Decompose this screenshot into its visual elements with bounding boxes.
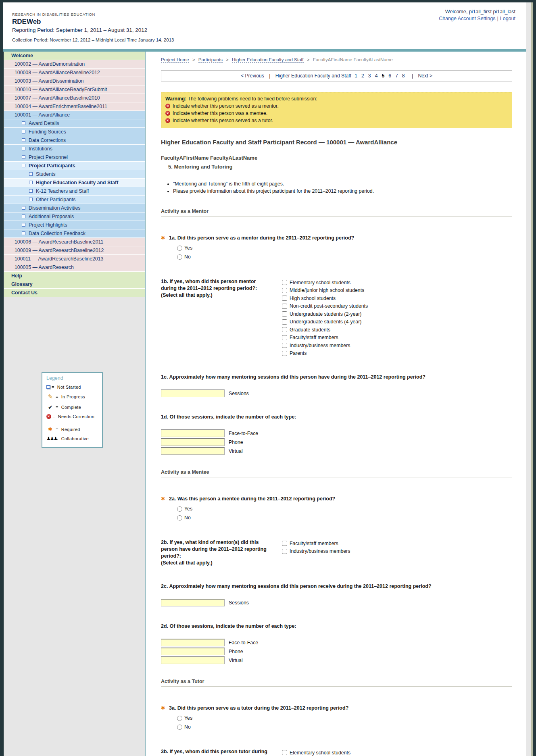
sidebar-item[interactable]: Dissemination Activities	[4, 204, 145, 212]
sidebar-item[interactable]: Contact Us	[4, 289, 145, 297]
session-count-input[interactable]	[161, 648, 225, 655]
checkbox[interactable]	[282, 296, 287, 301]
sidebar-item[interactable]: 100009 — AwardResearchBaseline2012	[4, 246, 145, 255]
session-count-input[interactable]	[161, 438, 225, 446]
radio-button[interactable]	[177, 716, 182, 721]
breadcrumb-project-home[interactable]: Project Home	[161, 57, 189, 62]
checkbox-option[interactable]: Elementary school students	[282, 749, 368, 756]
legend-label: Needs Correction	[58, 414, 94, 419]
checkbox[interactable]	[282, 304, 287, 309]
radio-button[interactable]	[177, 506, 182, 512]
checkbox-option[interactable]: Undergraduate students (2-year)	[282, 310, 368, 318]
page-number-link[interactable]: 7	[395, 73, 398, 79]
sidebar-item[interactable]: Higher Education Faculty and Staff	[4, 179, 145, 187]
checkbox[interactable]	[282, 288, 287, 293]
welcome-text: Welcome, pi1all_first pi1all_last	[439, 9, 515, 15]
radio-option[interactable]: Yes	[177, 244, 512, 252]
session-count-input[interactable]	[161, 447, 225, 455]
checkbox[interactable]	[282, 343, 287, 348]
question-2d: 2d. Of those sessions, indicate the numb…	[161, 623, 512, 629]
sidebar-item[interactable]: Students	[4, 170, 145, 179]
checkbox-option[interactable]: Industry/business members	[282, 342, 368, 350]
sidebar-item[interactable]: 100007 — AwardAllianceBaseline2010	[4, 94, 145, 102]
breadcrumb-he-faculty-staff[interactable]: Higher Education Faculty and Staff	[232, 57, 304, 62]
checkbox[interactable]	[282, 351, 287, 356]
checkbox[interactable]	[282, 280, 287, 285]
checkbox-option[interactable]: Elementary school students	[282, 279, 368, 287]
checkbox[interactable]	[282, 549, 287, 554]
page-number-link[interactable]: 8	[402, 73, 405, 79]
session-count-input[interactable]	[161, 656, 225, 664]
sidebar-item[interactable]: Funding Sources	[4, 128, 145, 136]
page-number-link[interactable]: 6	[388, 73, 391, 79]
sidebar-item[interactable]: Other Participants	[4, 196, 145, 204]
checkbox-option[interactable]: Parents	[282, 350, 368, 358]
radio-button[interactable]	[177, 254, 182, 260]
sidebar-item[interactable]: Project Participants	[4, 162, 145, 170]
checkbox[interactable]	[282, 319, 287, 325]
radio-button[interactable]	[177, 515, 182, 521]
radio-button[interactable]	[177, 246, 182, 251]
equals-sign: =	[52, 414, 55, 419]
sidebar-item[interactable]: Award Details	[4, 119, 145, 128]
page-number-link[interactable]: 4	[375, 73, 378, 79]
checkbox-option[interactable]: Faculty/staff members	[282, 334, 368, 342]
checkbox-option[interactable]: Middle/junior high school students	[282, 287, 368, 295]
pager-section-link[interactable]: Higher Education Faculty and Staff	[275, 73, 351, 79]
checkbox-option[interactable]: Graduate students	[282, 326, 368, 334]
sidebar-item[interactable]: Data Corrections	[4, 136, 145, 145]
pager-pages: 12345678	[352, 73, 407, 79]
previous-page-link[interactable]: < Previous	[241, 73, 264, 79]
session-count-input[interactable]	[161, 639, 225, 646]
breadcrumb-participants[interactable]: Participants	[198, 57, 223, 62]
sidebar-item[interactable]: Project Highlights	[4, 221, 145, 229]
page-number-link[interactable]: 1	[355, 73, 357, 79]
radio-option[interactable]: No	[177, 723, 512, 731]
sidebar-item[interactable]: 100001 — AwardAlliance	[4, 111, 145, 119]
sidebar-item[interactable]: Help	[4, 272, 145, 280]
checkbox[interactable]	[282, 750, 287, 755]
radio-button[interactable]	[177, 725, 182, 730]
sidebar-item[interactable]: 100010 — AwardAllianceReadyForSubmit	[4, 85, 145, 94]
checkbox[interactable]	[282, 541, 287, 546]
checkbox-option[interactable]: Faculty/staff members	[282, 539, 350, 548]
checkbox-option[interactable]: Non-credit post-secondary students	[282, 302, 368, 310]
page-number-link[interactable]: 3	[368, 73, 371, 79]
sessions-input-2c[interactable]	[161, 599, 225, 606]
checkbox-option[interactable]: High school students	[282, 294, 368, 302]
radio-option[interactable]: Yes	[177, 504, 512, 513]
sidebar-item[interactable]: Institutions	[4, 145, 145, 153]
checkbox[interactable]	[282, 311, 287, 317]
sidebar-item[interactable]: 100005 — AwardResearch	[4, 263, 145, 272]
radio-option[interactable]: No	[177, 252, 512, 261]
sidebar-item[interactable]: Additional Proposals	[4, 212, 145, 221]
sessions-input-1c[interactable]	[161, 389, 225, 397]
equals-sign: =	[56, 427, 58, 432]
next-page-link[interactable]: Next >	[418, 73, 433, 79]
checkbox-option[interactable]: Undergraduate students (4-year)	[282, 318, 368, 326]
sidebar-menu: Welcome 100002 — AwardDemonstration 1000…	[4, 52, 145, 297]
checkbox[interactable]	[282, 335, 287, 340]
logout-link[interactable]: Logout	[500, 16, 515, 21]
breadcrumb: Project Home > Participants > Higher Edu…	[161, 57, 512, 62]
radio-option[interactable]: Yes	[177, 714, 512, 723]
radio-option[interactable]: No	[177, 513, 512, 522]
legend-row: = Collaborative	[46, 436, 98, 442]
checkbox-option[interactable]: Industry/business members	[282, 548, 350, 556]
sidebar-item[interactable]: 100006 — AwardResearchBaseline2011	[4, 238, 145, 246]
checkbox[interactable]	[282, 327, 287, 332]
sidebar-item[interactable]: 100002 — AwardDemonstration	[4, 60, 145, 69]
sidebar-item[interactable]: Project Personnel	[4, 153, 145, 162]
sidebar-item[interactable]: Welcome	[4, 52, 145, 60]
sidebar-item[interactable]: 100008 — AwardAllianceBaseline2012	[4, 69, 145, 77]
sidebar-item[interactable]: K-12 Teachers and Staff	[4, 187, 145, 196]
required-icon: ✱	[161, 235, 165, 241]
page-number-link[interactable]: 2	[361, 73, 364, 79]
session-count-input[interactable]	[161, 429, 225, 437]
sidebar-item[interactable]: 100011 — AwardResearchBaseline2013	[4, 255, 145, 263]
sidebar-item[interactable]: Data Collection Feedback	[4, 229, 145, 238]
sidebar-item[interactable]: 100004 — AwardEnrichmentBaseline2011	[4, 102, 145, 111]
change-account-settings-link[interactable]: Change Account Settings	[439, 16, 495, 21]
sidebar-item[interactable]: 100003 — AwardDissemination	[4, 77, 145, 85]
sidebar-item[interactable]: Glossary	[4, 280, 145, 289]
